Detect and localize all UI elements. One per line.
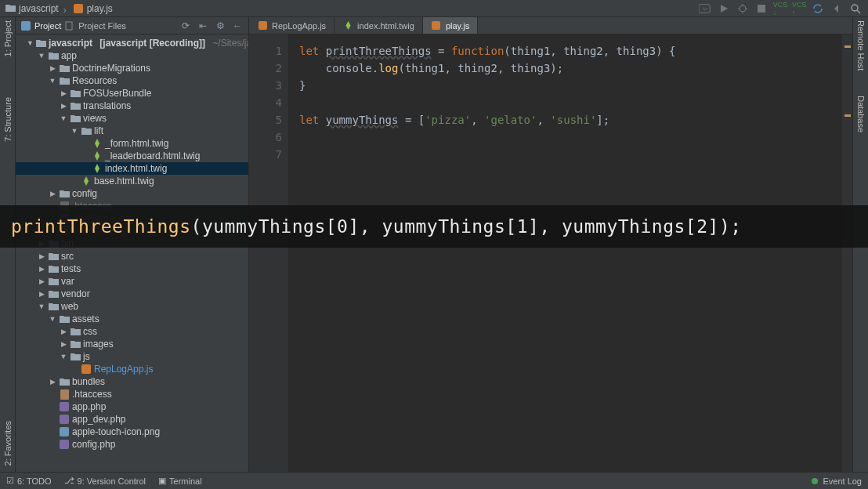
search-icon[interactable] xyxy=(849,2,862,15)
project-panel-header: Project Project Files ⟳ ⇤ ⚙ ← xyxy=(16,17,248,34)
tree-row[interactable]: ▶app_dev.php xyxy=(16,413,248,426)
tree-row[interactable]: ▼Resources xyxy=(16,74,248,87)
project-tree[interactable]: ▼javascript [javascript [Recording]] ~/S… xyxy=(16,34,248,472)
rail-remote-button[interactable]: Remote Host xyxy=(856,20,866,71)
twig-file-icon xyxy=(92,138,103,149)
caption-fn: printThreeThings xyxy=(11,216,191,237)
breadcrumb-file[interactable]: play.js xyxy=(73,3,113,14)
run-icon[interactable] xyxy=(718,2,730,15)
tree-row[interactable]: ▶_form.html.twig xyxy=(16,137,248,150)
php-file-icon xyxy=(59,414,70,425)
project-icon xyxy=(20,20,31,31)
folder-icon xyxy=(36,38,46,49)
tree-row-selected[interactable]: ▶index.html.twig xyxy=(16,162,248,175)
project-files-tab[interactable]: Project Files xyxy=(64,20,126,31)
tree-row[interactable]: ▶apple-touch-icon.png xyxy=(16,426,248,438)
tree-row[interactable]: ▼lift xyxy=(16,125,248,137)
line-number: 7 xyxy=(249,146,282,163)
editor-tab[interactable]: RepLogApp.js xyxy=(249,17,335,34)
tree-row[interactable]: ▶FOSUserBundle xyxy=(16,87,248,100)
breadcrumb-root[interactable]: javascript xyxy=(5,3,59,14)
vcs-update-icon[interactable]: VCS↓ xyxy=(774,2,787,15)
bottom-bar: ☑ 6: TODO ⎇ 9: Version Control ▣ Termina… xyxy=(0,472,868,489)
stop-icon[interactable] xyxy=(755,2,768,15)
project-tab[interactable]: Project xyxy=(20,20,61,31)
folder-icon xyxy=(70,88,81,99)
todo-button[interactable]: ☑ 6: TODO xyxy=(6,476,52,486)
tree-row-root[interactable]: ▼javascript [javascript [Recording]] ~/S… xyxy=(16,37,248,49)
folder-icon xyxy=(70,100,81,111)
svg-rect-14 xyxy=(60,427,69,436)
tree-row[interactable]: ▶base.html.twig xyxy=(16,175,248,187)
breadcrumb-bar: javascript › play.js VCS↓ VCS↑ xyxy=(0,0,868,17)
twig-file-icon xyxy=(81,176,92,187)
tree-row[interactable]: ▶config.php xyxy=(16,438,248,451)
svg-rect-5 xyxy=(21,21,31,31)
folder-icon xyxy=(48,276,59,287)
tree-row[interactable]: ▼app xyxy=(16,49,248,62)
tree-row[interactable]: ▶RepLogApp.js xyxy=(16,363,248,375)
tree-row[interactable]: ▶DoctrineMigrations xyxy=(16,62,248,74)
tree-row[interactable]: ▼js xyxy=(16,350,248,363)
twig-file-icon xyxy=(92,163,103,174)
tree-row[interactable]: ▶var xyxy=(16,275,248,288)
twig-file-icon xyxy=(92,150,103,161)
editor-body[interactable]: 1 2 3 4 5 6 7 let printThreeThings = fun… xyxy=(249,34,852,472)
event-log-button[interactable]: Event Log xyxy=(823,476,862,486)
rail-project-button[interactable]: 1: Project xyxy=(3,20,13,56)
rail-database-button[interactable]: Database xyxy=(856,96,866,132)
back-icon[interactable] xyxy=(830,2,843,15)
tree-row[interactable]: ▶app.php xyxy=(16,400,248,413)
rail-structure-button[interactable]: 7: Structure xyxy=(3,97,13,142)
tree-row[interactable]: ▼views xyxy=(16,112,248,125)
folder-icon xyxy=(59,75,70,86)
caption-overlay: printThreeThings(yummyThings[0], yummyTh… xyxy=(0,205,868,248)
svg-point-4 xyxy=(852,5,858,11)
tree-row[interactable]: ▶.htaccess xyxy=(16,388,248,400)
files-icon xyxy=(64,20,75,31)
warning-marker[interactable] xyxy=(844,114,851,117)
folder-icon xyxy=(48,301,59,312)
tab-label: play.js xyxy=(446,21,469,31)
tree-row[interactable]: ▶_leaderboard.html.twig xyxy=(16,150,248,162)
file-icon xyxy=(59,389,70,400)
editor-tab-active[interactable]: play.js xyxy=(423,17,478,34)
refresh-icon[interactable]: ⟳ xyxy=(179,20,192,32)
tree-row[interactable]: ▶bundles xyxy=(16,375,248,388)
line-number: 5 xyxy=(249,111,282,129)
tree-row[interactable]: ▶vendor xyxy=(16,288,248,300)
js-file-icon xyxy=(73,3,84,14)
folder-icon xyxy=(59,63,70,74)
js-file-icon xyxy=(257,20,268,31)
code-area[interactable]: let printThreeThings = function(thing1, … xyxy=(288,34,852,472)
tree-row[interactable]: ▼assets xyxy=(16,313,248,325)
sync-icon[interactable] xyxy=(812,2,824,15)
editor-marker-strip[interactable] xyxy=(842,34,852,472)
tree-row[interactable]: ▼web xyxy=(16,300,248,313)
rail-favorites-button[interactable]: 2: Favorites xyxy=(3,421,13,465)
settings-icon[interactable]: ⚙ xyxy=(214,20,226,32)
svg-rect-12 xyxy=(60,402,69,411)
tree-row[interactable]: ▶config xyxy=(16,187,248,200)
tree-row[interactable]: ▶css xyxy=(16,325,248,338)
version-control-button[interactable]: ⎇ 9: Version Control xyxy=(64,476,146,486)
tree-row[interactable]: ▶translations xyxy=(16,100,248,112)
svg-rect-17 xyxy=(432,21,440,30)
warning-marker[interactable] xyxy=(844,45,851,48)
tree-row[interactable]: ▶images xyxy=(16,338,248,350)
editor-tab[interactable]: index.html.twig xyxy=(335,17,423,34)
collapse-icon[interactable]: ⇤ xyxy=(197,20,209,32)
folder-icon xyxy=(48,251,59,262)
twig-file-icon xyxy=(342,20,353,31)
folder-icon xyxy=(70,113,81,124)
tree-row[interactable]: ▶src xyxy=(16,250,248,263)
tab-label: index.html.twig xyxy=(357,21,414,31)
folder-icon xyxy=(48,50,59,61)
vcs-commit-icon[interactable]: VCS↑ xyxy=(793,2,805,15)
run-config-dropdown[interactable] xyxy=(699,2,711,15)
line-number: 6 xyxy=(249,129,282,146)
hide-icon[interactable]: ← xyxy=(231,20,244,32)
tree-row[interactable]: ▶tests xyxy=(16,263,248,275)
debug-icon[interactable] xyxy=(736,2,749,15)
terminal-button[interactable]: ▣ Terminal xyxy=(158,476,202,486)
